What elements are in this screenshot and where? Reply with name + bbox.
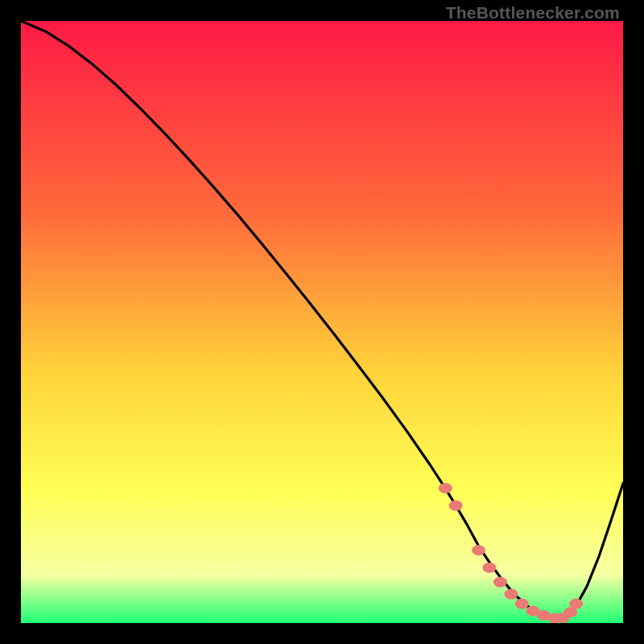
gradient-background [21, 21, 623, 623]
curve-marker [482, 563, 496, 573]
bottleneck-chart [21, 21, 623, 623]
attribution-label: TheBottlenecker.com [446, 3, 620, 23]
curve-marker [493, 577, 507, 588]
curve-marker [504, 589, 518, 600]
curve-marker [569, 599, 583, 609]
curve-marker [472, 545, 485, 555]
curve-marker [439, 483, 452, 493]
plot-area [21, 21, 623, 623]
curve-marker [449, 501, 463, 511]
curve-marker [515, 599, 529, 609]
chart-frame: TheBottlenecker.com [0, 0, 644, 644]
